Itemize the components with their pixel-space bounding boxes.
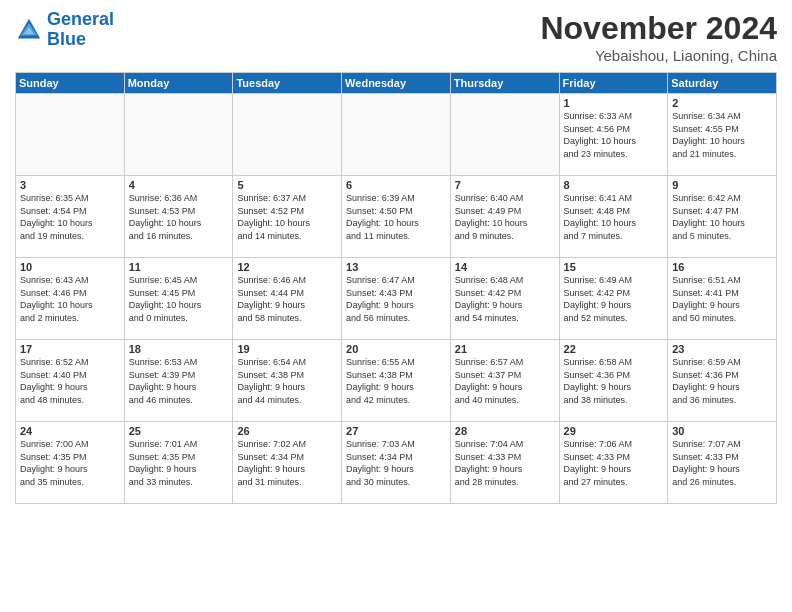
day-cell: 23Sunrise: 6:59 AM Sunset: 4:36 PM Dayli… xyxy=(668,340,777,422)
day-cell: 20Sunrise: 6:55 AM Sunset: 4:38 PM Dayli… xyxy=(342,340,451,422)
day-info: Sunrise: 6:41 AM Sunset: 4:48 PM Dayligh… xyxy=(564,192,664,242)
day-info: Sunrise: 6:40 AM Sunset: 4:49 PM Dayligh… xyxy=(455,192,555,242)
day-info: Sunrise: 7:03 AM Sunset: 4:34 PM Dayligh… xyxy=(346,438,446,488)
header-monday: Monday xyxy=(124,73,233,94)
day-number: 25 xyxy=(129,425,229,437)
day-number: 30 xyxy=(672,425,772,437)
day-info: Sunrise: 7:06 AM Sunset: 4:33 PM Dayligh… xyxy=(564,438,664,488)
header-friday: Friday xyxy=(559,73,668,94)
day-info: Sunrise: 6:36 AM Sunset: 4:53 PM Dayligh… xyxy=(129,192,229,242)
day-info: Sunrise: 6:37 AM Sunset: 4:52 PM Dayligh… xyxy=(237,192,337,242)
day-cell: 11Sunrise: 6:45 AM Sunset: 4:45 PM Dayli… xyxy=(124,258,233,340)
day-number: 9 xyxy=(672,179,772,191)
day-info: Sunrise: 6:49 AM Sunset: 4:42 PM Dayligh… xyxy=(564,274,664,324)
header: General Blue November 2024 Yebaishou, Li… xyxy=(15,10,777,64)
day-cell: 24Sunrise: 7:00 AM Sunset: 4:35 PM Dayli… xyxy=(16,422,125,504)
day-number: 1 xyxy=(564,97,664,109)
day-number: 10 xyxy=(20,261,120,273)
day-info: Sunrise: 7:01 AM Sunset: 4:35 PM Dayligh… xyxy=(129,438,229,488)
day-number: 5 xyxy=(237,179,337,191)
day-number: 22 xyxy=(564,343,664,355)
day-cell: 12Sunrise: 6:46 AM Sunset: 4:44 PM Dayli… xyxy=(233,258,342,340)
day-info: Sunrise: 6:54 AM Sunset: 4:38 PM Dayligh… xyxy=(237,356,337,406)
day-info: Sunrise: 7:04 AM Sunset: 4:33 PM Dayligh… xyxy=(455,438,555,488)
day-cell: 18Sunrise: 6:53 AM Sunset: 4:39 PM Dayli… xyxy=(124,340,233,422)
day-cell: 13Sunrise: 6:47 AM Sunset: 4:43 PM Dayli… xyxy=(342,258,451,340)
day-number: 11 xyxy=(129,261,229,273)
day-cell: 21Sunrise: 6:57 AM Sunset: 4:37 PM Dayli… xyxy=(450,340,559,422)
day-cell: 22Sunrise: 6:58 AM Sunset: 4:36 PM Dayli… xyxy=(559,340,668,422)
day-number: 16 xyxy=(672,261,772,273)
header-row: SundayMondayTuesdayWednesdayThursdayFrid… xyxy=(16,73,777,94)
day-cell: 15Sunrise: 6:49 AM Sunset: 4:42 PM Dayli… xyxy=(559,258,668,340)
day-cell: 30Sunrise: 7:07 AM Sunset: 4:33 PM Dayli… xyxy=(668,422,777,504)
day-number: 18 xyxy=(129,343,229,355)
day-number: 17 xyxy=(20,343,120,355)
day-cell: 2Sunrise: 6:34 AM Sunset: 4:55 PM Daylig… xyxy=(668,94,777,176)
day-cell: 5Sunrise: 6:37 AM Sunset: 4:52 PM Daylig… xyxy=(233,176,342,258)
day-info: Sunrise: 6:42 AM Sunset: 4:47 PM Dayligh… xyxy=(672,192,772,242)
month-title: November 2024 xyxy=(540,10,777,47)
logo-blue: Blue xyxy=(47,29,86,49)
day-info: Sunrise: 6:43 AM Sunset: 4:46 PM Dayligh… xyxy=(20,274,120,324)
day-info: Sunrise: 6:52 AM Sunset: 4:40 PM Dayligh… xyxy=(20,356,120,406)
day-info: Sunrise: 6:57 AM Sunset: 4:37 PM Dayligh… xyxy=(455,356,555,406)
day-cell: 1Sunrise: 6:33 AM Sunset: 4:56 PM Daylig… xyxy=(559,94,668,176)
header-wednesday: Wednesday xyxy=(342,73,451,94)
day-cell: 10Sunrise: 6:43 AM Sunset: 4:46 PM Dayli… xyxy=(16,258,125,340)
week-row-3: 10Sunrise: 6:43 AM Sunset: 4:46 PM Dayli… xyxy=(16,258,777,340)
day-info: Sunrise: 6:58 AM Sunset: 4:36 PM Dayligh… xyxy=(564,356,664,406)
day-number: 4 xyxy=(129,179,229,191)
day-number: 3 xyxy=(20,179,120,191)
day-cell xyxy=(124,94,233,176)
day-info: Sunrise: 6:39 AM Sunset: 4:50 PM Dayligh… xyxy=(346,192,446,242)
week-row-2: 3Sunrise: 6:35 AM Sunset: 4:54 PM Daylig… xyxy=(16,176,777,258)
title-section: November 2024 Yebaishou, Liaoning, China xyxy=(540,10,777,64)
day-info: Sunrise: 7:07 AM Sunset: 4:33 PM Dayligh… xyxy=(672,438,772,488)
day-cell: 25Sunrise: 7:01 AM Sunset: 4:35 PM Dayli… xyxy=(124,422,233,504)
day-info: Sunrise: 6:53 AM Sunset: 4:39 PM Dayligh… xyxy=(129,356,229,406)
header-sunday: Sunday xyxy=(16,73,125,94)
day-cell xyxy=(233,94,342,176)
day-cell: 16Sunrise: 6:51 AM Sunset: 4:41 PM Dayli… xyxy=(668,258,777,340)
calendar-table: SundayMondayTuesdayWednesdayThursdayFrid… xyxy=(15,72,777,504)
calendar-container: General Blue November 2024 Yebaishou, Li… xyxy=(0,0,792,612)
day-number: 8 xyxy=(564,179,664,191)
location: Yebaishou, Liaoning, China xyxy=(540,47,777,64)
day-cell xyxy=(450,94,559,176)
day-cell: 8Sunrise: 6:41 AM Sunset: 4:48 PM Daylig… xyxy=(559,176,668,258)
day-number: 6 xyxy=(346,179,446,191)
day-number: 12 xyxy=(237,261,337,273)
day-info: Sunrise: 7:02 AM Sunset: 4:34 PM Dayligh… xyxy=(237,438,337,488)
header-thursday: Thursday xyxy=(450,73,559,94)
day-cell: 4Sunrise: 6:36 AM Sunset: 4:53 PM Daylig… xyxy=(124,176,233,258)
day-number: 24 xyxy=(20,425,120,437)
day-info: Sunrise: 6:34 AM Sunset: 4:55 PM Dayligh… xyxy=(672,110,772,160)
day-info: Sunrise: 6:55 AM Sunset: 4:38 PM Dayligh… xyxy=(346,356,446,406)
logo-general: General xyxy=(47,9,114,29)
day-info: Sunrise: 6:45 AM Sunset: 4:45 PM Dayligh… xyxy=(129,274,229,324)
day-cell xyxy=(16,94,125,176)
day-number: 2 xyxy=(672,97,772,109)
day-cell: 14Sunrise: 6:48 AM Sunset: 4:42 PM Dayli… xyxy=(450,258,559,340)
logo-text: General Blue xyxy=(47,10,114,50)
day-number: 7 xyxy=(455,179,555,191)
day-cell: 28Sunrise: 7:04 AM Sunset: 4:33 PM Dayli… xyxy=(450,422,559,504)
day-cell: 9Sunrise: 6:42 AM Sunset: 4:47 PM Daylig… xyxy=(668,176,777,258)
day-cell: 26Sunrise: 7:02 AM Sunset: 4:34 PM Dayli… xyxy=(233,422,342,504)
logo-icon xyxy=(15,16,43,44)
day-info: Sunrise: 6:33 AM Sunset: 4:56 PM Dayligh… xyxy=(564,110,664,160)
day-number: 15 xyxy=(564,261,664,273)
day-cell: 29Sunrise: 7:06 AM Sunset: 4:33 PM Dayli… xyxy=(559,422,668,504)
day-info: Sunrise: 6:51 AM Sunset: 4:41 PM Dayligh… xyxy=(672,274,772,324)
day-cell: 6Sunrise: 6:39 AM Sunset: 4:50 PM Daylig… xyxy=(342,176,451,258)
day-info: Sunrise: 6:47 AM Sunset: 4:43 PM Dayligh… xyxy=(346,274,446,324)
day-number: 19 xyxy=(237,343,337,355)
week-row-4: 17Sunrise: 6:52 AM Sunset: 4:40 PM Dayli… xyxy=(16,340,777,422)
header-tuesday: Tuesday xyxy=(233,73,342,94)
day-cell xyxy=(342,94,451,176)
header-saturday: Saturday xyxy=(668,73,777,94)
day-info: Sunrise: 6:46 AM Sunset: 4:44 PM Dayligh… xyxy=(237,274,337,324)
day-info: Sunrise: 6:59 AM Sunset: 4:36 PM Dayligh… xyxy=(672,356,772,406)
day-number: 14 xyxy=(455,261,555,273)
